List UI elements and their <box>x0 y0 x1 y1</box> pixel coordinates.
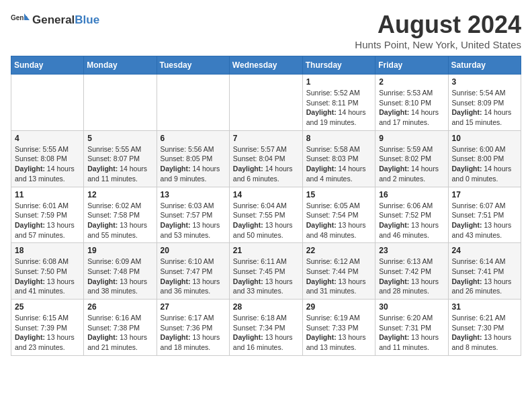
weekday-header-cell: Monday <box>84 56 157 75</box>
calendar-cell <box>11 75 84 131</box>
cell-info: Sunrise: 6:11 AMSunset: 7:45 PMDaylight:… <box>233 257 299 296</box>
calendar-cell: 11Sunrise: 6:01 AMSunset: 7:59 PMDayligh… <box>11 187 84 243</box>
calendar-cell: 19Sunrise: 6:09 AMSunset: 7:48 PMDayligh… <box>84 243 157 300</box>
logo-icon: Gene <box>11 11 30 30</box>
calendar-cell <box>157 75 229 131</box>
day-number: 14 <box>233 190 299 199</box>
day-number: 12 <box>87 190 152 199</box>
calendar-cell: 27Sunrise: 6:17 AMSunset: 7:36 PMDayligh… <box>157 300 229 356</box>
cell-info: Sunrise: 6:09 AMSunset: 7:48 PMDaylight:… <box>87 257 152 296</box>
calendar-cell: 7Sunrise: 5:57 AMSunset: 8:04 PMDaylight… <box>229 130 302 187</box>
cell-info: Sunrise: 6:13 AMSunset: 7:42 PMDaylight:… <box>379 257 444 296</box>
cell-info: Sunrise: 6:00 AMSunset: 8:00 PMDaylight:… <box>452 144 517 184</box>
cell-info: Sunrise: 5:55 AMSunset: 8:08 PMDaylight:… <box>15 144 80 184</box>
calendar-cell: 21Sunrise: 6:11 AMSunset: 7:45 PMDayligh… <box>229 243 302 300</box>
cell-info: Sunrise: 5:54 AMSunset: 8:09 PMDaylight:… <box>452 88 517 128</box>
weekday-header-cell: Sunday <box>11 56 84 75</box>
day-number: 20 <box>161 246 226 255</box>
calendar-cell: 17Sunrise: 6:07 AMSunset: 7:51 PMDayligh… <box>448 187 521 243</box>
cell-info: Sunrise: 6:16 AMSunset: 7:38 PMDaylight:… <box>87 313 152 353</box>
day-number: 30 <box>379 302 444 312</box>
day-number: 22 <box>306 246 372 255</box>
day-number: 21 <box>233 246 299 255</box>
day-number: 3 <box>452 77 517 87</box>
calendar-cell: 29Sunrise: 6:19 AMSunset: 7:33 PMDayligh… <box>302 300 375 356</box>
cell-info: Sunrise: 6:17 AMSunset: 7:36 PMDaylight:… <box>161 313 226 353</box>
day-number: 29 <box>306 302 372 312</box>
calendar-cell: 1Sunrise: 5:52 AMSunset: 8:11 PMDaylight… <box>302 75 375 131</box>
calendar-cell: 31Sunrise: 6:21 AMSunset: 7:30 PMDayligh… <box>448 300 521 356</box>
day-number: 17 <box>452 190 517 199</box>
weekday-header-cell: Wednesday <box>229 56 302 75</box>
cell-info: Sunrise: 6:04 AMSunset: 7:55 PMDaylight:… <box>233 201 299 240</box>
day-number: 26 <box>87 302 152 312</box>
cell-info: Sunrise: 6:10 AMSunset: 7:47 PMDaylight:… <box>161 257 226 296</box>
cell-info: Sunrise: 6:18 AMSunset: 7:34 PMDaylight:… <box>233 313 299 353</box>
calendar-cell: 13Sunrise: 6:03 AMSunset: 7:57 PMDayligh… <box>157 187 229 243</box>
calendar-cell: 26Sunrise: 6:16 AMSunset: 7:38 PMDayligh… <box>84 300 157 356</box>
day-number: 7 <box>233 134 299 143</box>
calendar-cell: 14Sunrise: 6:04 AMSunset: 7:55 PMDayligh… <box>229 187 302 243</box>
calendar-cell: 22Sunrise: 6:12 AMSunset: 7:44 PMDayligh… <box>302 243 375 300</box>
weekday-header-row: SundayMondayTuesdayWednesdayThursdayFrid… <box>11 56 521 75</box>
logo: Gene GeneralBlue <box>11 11 99 30</box>
weekday-header-cell: Friday <box>375 56 448 75</box>
weekday-header-cell: Saturday <box>448 56 521 75</box>
cell-info: Sunrise: 6:01 AMSunset: 7:59 PMDaylight:… <box>15 201 80 240</box>
day-number: 5 <box>87 134 152 143</box>
calendar-cell: 8Sunrise: 5:58 AMSunset: 8:03 PMDaylight… <box>302 130 375 187</box>
cell-info: Sunrise: 5:52 AMSunset: 8:11 PMDaylight:… <box>306 88 372 128</box>
weekday-header-cell: Tuesday <box>157 56 229 75</box>
calendar-week-row: 25Sunrise: 6:15 AMSunset: 7:39 PMDayligh… <box>11 300 521 356</box>
day-number: 16 <box>379 190 444 199</box>
cell-info: Sunrise: 6:12 AMSunset: 7:44 PMDaylight:… <box>306 257 372 296</box>
day-number: 27 <box>161 302 226 312</box>
cell-info: Sunrise: 6:15 AMSunset: 7:39 PMDaylight:… <box>15 313 80 353</box>
cell-info: Sunrise: 6:02 AMSunset: 7:58 PMDaylight:… <box>87 201 152 240</box>
location-title: Hunts Point, New York, United States <box>355 39 521 50</box>
day-number: 31 <box>452 302 517 312</box>
cell-info: Sunrise: 6:06 AMSunset: 7:52 PMDaylight:… <box>379 201 444 240</box>
day-number: 28 <box>233 302 299 312</box>
day-number: 10 <box>452 134 517 143</box>
calendar-table: SundayMondayTuesdayWednesdayThursdayFrid… <box>11 56 521 356</box>
title-block: August 2024 Hunts Point, New York, Unite… <box>355 11 521 50</box>
calendar-cell: 3Sunrise: 5:54 AMSunset: 8:09 PMDaylight… <box>448 75 521 131</box>
calendar-week-row: 18Sunrise: 6:08 AMSunset: 7:50 PMDayligh… <box>11 243 521 300</box>
cell-info: Sunrise: 6:14 AMSunset: 7:41 PMDaylight:… <box>452 257 517 296</box>
day-number: 4 <box>15 134 80 143</box>
calendar-cell: 15Sunrise: 6:05 AMSunset: 7:54 PMDayligh… <box>302 187 375 243</box>
calendar-week-row: 1Sunrise: 5:52 AMSunset: 8:11 PMDaylight… <box>11 75 521 131</box>
cell-info: Sunrise: 6:07 AMSunset: 7:51 PMDaylight:… <box>452 201 517 240</box>
calendar-cell: 24Sunrise: 6:14 AMSunset: 7:41 PMDayligh… <box>448 243 521 300</box>
cell-info: Sunrise: 5:59 AMSunset: 8:02 PMDaylight:… <box>379 144 444 184</box>
calendar-cell: 12Sunrise: 6:02 AMSunset: 7:58 PMDayligh… <box>84 187 157 243</box>
calendar-cell: 30Sunrise: 6:20 AMSunset: 7:31 PMDayligh… <box>375 300 448 356</box>
cell-info: Sunrise: 5:58 AMSunset: 8:03 PMDaylight:… <box>306 144 372 184</box>
calendar-cell <box>229 75 302 131</box>
day-number: 19 <box>87 246 152 255</box>
day-number: 9 <box>379 134 444 143</box>
cell-info: Sunrise: 6:03 AMSunset: 7:57 PMDaylight:… <box>161 201 226 240</box>
calendar-week-row: 11Sunrise: 6:01 AMSunset: 7:59 PMDayligh… <box>11 187 521 243</box>
day-number: 8 <box>306 134 372 143</box>
cell-info: Sunrise: 5:56 AMSunset: 8:05 PMDaylight:… <box>161 144 226 184</box>
day-number: 13 <box>161 190 226 199</box>
day-number: 11 <box>15 190 80 199</box>
day-number: 6 <box>161 134 226 143</box>
calendar-cell: 9Sunrise: 5:59 AMSunset: 8:02 PMDaylight… <box>375 130 448 187</box>
day-number: 18 <box>15 246 80 255</box>
cell-info: Sunrise: 6:21 AMSunset: 7:30 PMDaylight:… <box>452 313 517 353</box>
calendar-cell: 6Sunrise: 5:56 AMSunset: 8:05 PMDaylight… <box>157 130 229 187</box>
cell-info: Sunrise: 6:08 AMSunset: 7:50 PMDaylight:… <box>15 257 80 296</box>
calendar-cell: 20Sunrise: 6:10 AMSunset: 7:47 PMDayligh… <box>157 243 229 300</box>
day-number: 24 <box>452 246 517 255</box>
cell-info: Sunrise: 6:19 AMSunset: 7:33 PMDaylight:… <box>306 313 372 353</box>
calendar-cell: 2Sunrise: 5:53 AMSunset: 8:10 PMDaylight… <box>375 75 448 131</box>
day-number: 1 <box>306 77 372 87</box>
day-number: 15 <box>306 190 372 199</box>
calendar-cell: 4Sunrise: 5:55 AMSunset: 8:08 PMDaylight… <box>11 130 84 187</box>
page-header: Gene GeneralBlue August 2024 Hunts Point… <box>11 11 521 50</box>
calendar-cell: 25Sunrise: 6:15 AMSunset: 7:39 PMDayligh… <box>11 300 84 356</box>
calendar-cell: 23Sunrise: 6:13 AMSunset: 7:42 PMDayligh… <box>375 243 448 300</box>
